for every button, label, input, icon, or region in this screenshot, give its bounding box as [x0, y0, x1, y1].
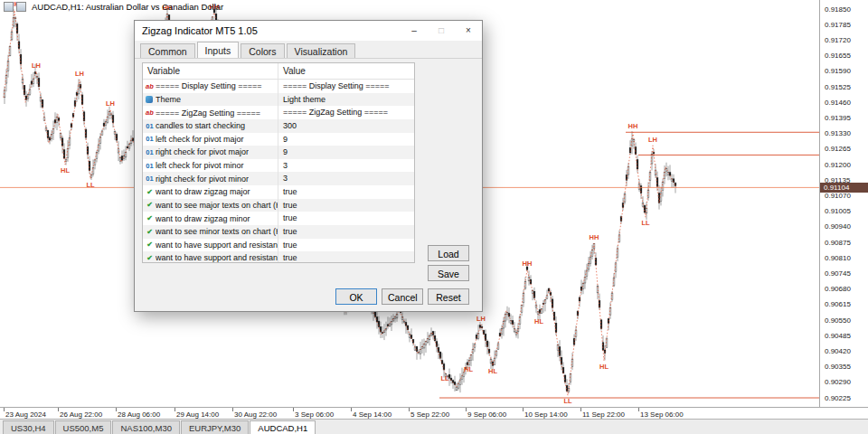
param-value[interactable]: true	[278, 199, 414, 212]
param-row[interactable]: ✔want to see minor texts on chart (HH-HL…	[143, 225, 414, 239]
zigzag-pivot-label: HH	[628, 122, 638, 130]
price-axis-label: 0.90290	[825, 378, 851, 386]
param-value[interactable]: Light theme	[278, 93, 414, 107]
param-value[interactable]: ===== ZigZag Setting =====	[278, 106, 414, 119]
param-row[interactable]: ab===== Display Setting ========== Displ…	[143, 80, 414, 93]
int-param-icon: 01	[144, 148, 156, 156]
param-row[interactable]: 01left check for pivot major9	[143, 133, 414, 146]
time-axis-tick	[523, 408, 524, 411]
zigzag-pivot-label: LH	[648, 136, 657, 144]
param-row[interactable]: ✔want to draw zigzag majortrue	[143, 185, 414, 199]
dialog-tab-visualization[interactable]: Visualization	[287, 43, 356, 58]
param-row[interactable]: ThemeLight theme	[143, 93, 414, 107]
param-row[interactable]: 01candles to start checking300	[143, 119, 414, 133]
param-row[interactable]: ✔want to have support and resistance lin…	[143, 251, 414, 263]
time-axis-label: 3 Sep 06:00	[295, 410, 334, 419]
price-axis-label: 0.91525	[825, 83, 851, 91]
time-axis-label: 9 Sep 06:00	[467, 410, 506, 419]
price-axis[interactable]: 0.91104 0.918500.917850.917200.916550.91…	[819, 0, 868, 407]
param-row[interactable]: ✔want to have support and resistance lin…	[143, 239, 414, 252]
dialog-tab-strip: CommonInputsColorsVisualization	[135, 41, 482, 59]
price-axis-label: 0.91135	[825, 176, 850, 184]
param-value[interactable]: 3	[278, 172, 414, 185]
param-row[interactable]: ab===== ZigZag Setting ========== ZigZag…	[143, 106, 414, 119]
chart-caption: AUDCAD,H1: Australian Dollar vs Canadian…	[4, 2, 223, 12]
param-row[interactable]: 01right check for pivot minor3	[143, 172, 414, 185]
param-name: ✔want to have support and resistance lin…	[143, 239, 278, 252]
time-axis-label: 13 Sep 06:00	[640, 410, 684, 419]
minimize-icon[interactable]: –	[401, 21, 428, 41]
param-name: 01left check for pivot minor	[143, 159, 278, 173]
price-axis-label: 0.91005	[825, 207, 851, 215]
chart-tab-bar: US30,H4US500,M5NAS100,M30EURJPY,M30AUDCA…	[0, 419, 868, 434]
param-name: ✔want to draw zigzag major	[143, 185, 278, 199]
price-axis-label: 0.91070	[825, 192, 851, 200]
time-axis-tick	[409, 408, 410, 411]
param-value[interactable]: true	[278, 225, 414, 239]
price-axis-label: 0.91590	[825, 67, 851, 75]
close-icon[interactable]: ×	[455, 21, 482, 41]
zigzag-pivot-label: HH	[523, 259, 533, 268]
chart-icon	[16, 2, 26, 12]
chart-tab-eurjpy-m30[interactable]: EURJPY,M30	[181, 420, 249, 434]
param-value[interactable]: true	[278, 212, 414, 225]
chart-tab-us500-m5[interactable]: US500,M5	[55, 420, 112, 434]
price-axis-label: 0.91395	[825, 114, 851, 122]
dialog-tab-common[interactable]: Common	[140, 43, 195, 58]
param-row[interactable]: 01right check for pivot major9	[143, 146, 414, 159]
zigzag-pivot-label: HH	[590, 233, 599, 241]
price-axis-label: 0.90225	[825, 394, 851, 402]
param-name: 01left check for pivot major	[143, 133, 278, 146]
ok-button[interactable]: OK	[335, 288, 377, 305]
price-axis-label: 0.91330	[825, 129, 851, 137]
reset-button[interactable]: Reset	[428, 288, 469, 305]
param-value[interactable]: ===== Display Setting =====	[278, 80, 414, 93]
param-row[interactable]: ✔want to draw zigzag minortrue	[143, 212, 414, 225]
param-name: 01right check for pivot major	[143, 146, 278, 159]
dialog-tab-inputs[interactable]: Inputs	[197, 42, 240, 58]
chart-symbol-title: AUDCAD,H1: Australian Dollar vs Canadian…	[32, 2, 223, 12]
param-row[interactable]: 01left check for pivot minor3	[143, 159, 414, 173]
dialog-tab-colors[interactable]: Colors	[241, 43, 284, 58]
bool-param-icon: ✔	[144, 241, 156, 249]
chart-tab-us30-h4[interactable]: US30,H4	[3, 420, 54, 434]
maximize-icon[interactable]: □	[428, 21, 455, 41]
param-value[interactable]: true	[278, 185, 414, 199]
price-axis-label: 0.90940	[825, 222, 851, 231]
price-axis-label: 0.90745	[825, 269, 851, 278]
price-axis-label: 0.91265	[825, 145, 851, 153]
time-axis-label: 26 Aug 22:00	[60, 410, 102, 419]
dialog-titlebar[interactable]: Zigzag Indicator MT5 1.05 – □ ×	[135, 21, 482, 41]
int-param-icon: 01	[144, 122, 156, 130]
time-axis[interactable]: 23 Aug 202426 Aug 22:0028 Aug 06:0029 Au…	[0, 407, 868, 419]
time-axis-tick	[4, 408, 5, 411]
load-button[interactable]: Load	[428, 245, 469, 261]
param-value[interactable]: 300	[278, 119, 414, 133]
chart-icon	[4, 2, 14, 12]
save-button[interactable]: Save	[428, 265, 469, 281]
zigzag-pivot-label: LL	[440, 374, 449, 382]
param-name: 01right check for pivot minor	[143, 172, 278, 185]
price-axis-label: 0.91850	[825, 5, 851, 14]
cancel-button[interactable]: Cancel	[382, 288, 423, 305]
price-axis-label: 0.90420	[825, 347, 851, 355]
price-axis-label: 0.90810	[825, 254, 851, 262]
chart-tab-audcad-h1[interactable]: AUDCAD,H1	[250, 420, 316, 434]
param-row[interactable]: ✔want to see major texts on chart (HH-HL…	[143, 199, 414, 212]
text-param-icon: ab	[144, 82, 156, 90]
param-value[interactable]: 9	[278, 146, 414, 159]
time-axis-tick	[466, 408, 467, 411]
param-value[interactable]: true	[278, 251, 414, 263]
zigzag-pivot-label: LL	[563, 397, 572, 405]
chart-tab-nas100-m30[interactable]: NAS100,M30	[112, 420, 180, 434]
param-name: ab===== ZigZag Setting =====	[143, 106, 278, 119]
bool-param-icon: ✔	[144, 214, 156, 222]
price-axis-label: 0.91785	[825, 21, 851, 29]
price-axis-label: 0.90550	[825, 316, 851, 325]
param-value[interactable]: 9	[278, 133, 414, 146]
zigzag-indicator-dialog: Zigzag Indicator MT5 1.05 – □ × CommonIn…	[134, 20, 483, 312]
param-value[interactable]: true	[278, 239, 414, 252]
price-axis-label: 0.90615	[825, 300, 851, 308]
param-value[interactable]: 3	[278, 159, 414, 173]
time-axis-tick	[175, 408, 175, 411]
